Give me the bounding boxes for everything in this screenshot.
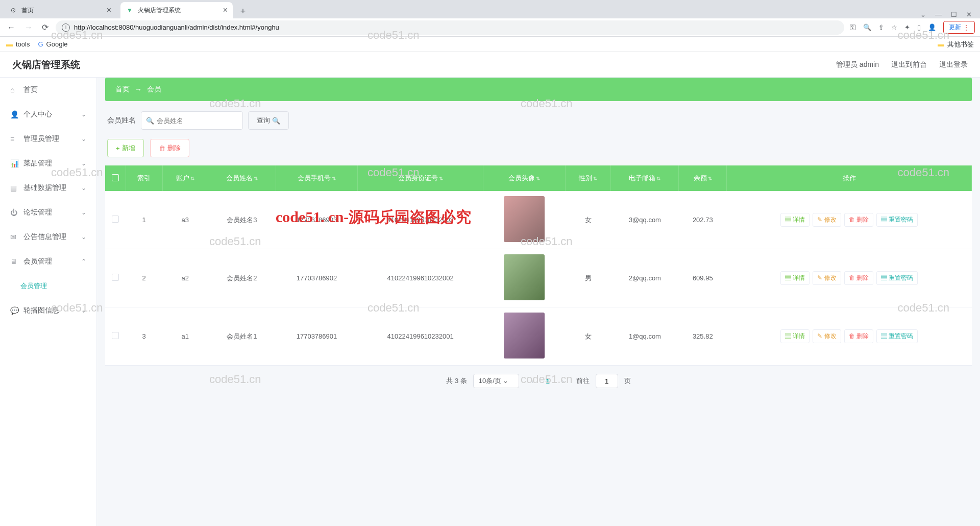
sidebar: ⌂首页👤个人中心⌄≡管理员管理⌄📊菜品管理⌄▦基础数据管理⌄⏻论坛管理⌄✉公告信…: [0, 52, 97, 526]
menu-icon: ⏻: [10, 208, 18, 217]
sidepanel-icon[interactable]: ▯: [917, 23, 921, 31]
maximize-icon[interactable]: ☐: [951, 11, 957, 18]
menu-label: 个人中心: [23, 110, 52, 119]
sort-icon: ⇅: [190, 176, 194, 181]
logout-link[interactable]: 退出登录: [939, 60, 968, 69]
row-delete-button[interactable]: 🗑 删除: [844, 271, 873, 285]
sidebar-item-1[interactable]: 👤个人中心⌄: [0, 102, 96, 127]
edit-button[interactable]: ✎ 修改: [813, 329, 841, 343]
sidebar-item-6[interactable]: ✉公告信息管理⌄: [0, 225, 96, 249]
col-header-5[interactable]: 会员身份证号⇅: [358, 165, 483, 191]
bookmark-google[interactable]: GGoogle: [38, 40, 67, 48]
reload-icon[interactable]: ⟳: [40, 20, 51, 34]
share-icon[interactable]: ⇪: [878, 23, 884, 31]
page-size-select[interactable]: 10条/页 ⌄: [473, 374, 520, 388]
detail-button[interactable]: ▤ 详情: [780, 213, 810, 227]
chevron-icon: ⌄: [81, 184, 86, 192]
search-button[interactable]: 查询 🔍: [248, 111, 289, 130]
edit-button[interactable]: ✎ 修改: [813, 271, 841, 285]
cell-account: a2: [162, 249, 208, 307]
reset-password-button[interactable]: ▤ 重置密码: [876, 329, 918, 343]
page-total: 共 3 条: [446, 376, 467, 386]
tab-close-0[interactable]: ×: [107, 6, 111, 15]
col-header-0[interactable]: [105, 165, 126, 191]
sidebar-item-4[interactable]: ▦基础数据管理⌄: [0, 176, 96, 200]
prev-page-button[interactable]: ‹: [525, 374, 540, 388]
add-button[interactable]: + 新增: [107, 139, 144, 157]
row-actions: ▤ 详情✎ 修改🗑 删除▤ 重置密码: [731, 213, 968, 227]
col-header-2[interactable]: 账户⇅: [162, 165, 208, 191]
delete-button[interactable]: 🗑 删除: [150, 139, 189, 157]
sidebar-item-7[interactable]: 🖥会员管理⌃: [0, 249, 96, 274]
reset-password-button[interactable]: ▤ 重置密码: [876, 213, 918, 227]
tab-title-0: 首页: [21, 6, 34, 15]
row-delete-button[interactable]: 🗑 删除: [844, 329, 873, 343]
row-checkbox[interactable]: [112, 332, 119, 339]
avatar-image: [504, 196, 545, 242]
sidebar-item-8[interactable]: 会员管理: [0, 274, 96, 298]
cell-name: 会员姓名3: [208, 191, 276, 249]
breadcrumb-home[interactable]: 首页: [115, 85, 130, 94]
sidebar-item-5[interactable]: ⏻论坛管理⌄: [0, 200, 96, 225]
update-button[interactable]: 更新 ⋮: [943, 21, 975, 34]
browser-tab-1[interactable]: ▼ 火锅店管理系统 ×: [120, 2, 233, 18]
forward-icon[interactable]: →: [22, 21, 35, 34]
close-window-icon[interactable]: ✕: [966, 11, 972, 18]
row-checkbox[interactable]: [112, 274, 119, 281]
chevron-down-icon[interactable]: ⌄: [920, 11, 926, 18]
exit-to-front[interactable]: 退出到前台: [891, 60, 927, 69]
next-page-button[interactable]: ›: [556, 374, 570, 388]
detail-button[interactable]: ▤ 详情: [780, 271, 810, 285]
extensions-icon[interactable]: ✦: [904, 23, 910, 31]
new-tab-button[interactable]: +: [236, 4, 250, 18]
sort-icon: ⇅: [593, 176, 597, 181]
browser-tab-0[interactable]: ⊙ 首页 ×: [4, 2, 116, 18]
tab-title-1: 火锅店管理系统: [138, 6, 181, 15]
col-header-9[interactable]: 余额⇅: [679, 165, 727, 191]
key-icon[interactable]: ⚿: [849, 23, 856, 31]
bookmark-star-icon[interactable]: ☆: [891, 23, 897, 31]
col-header-7[interactable]: 性别⇅: [566, 165, 611, 191]
edit-button[interactable]: ✎ 修改: [813, 213, 841, 227]
col-header-1[interactable]: 索引: [126, 165, 162, 191]
toolbar-right: ⚿ 🔍 ⇪ ☆ ✦ ▯ 👤 更新 ⋮: [849, 21, 975, 34]
col-header-6[interactable]: 会员头像⇅: [483, 165, 565, 191]
back-icon[interactable]: ←: [5, 21, 17, 34]
search-row: 会员姓名 🔍 查询 🔍: [105, 111, 972, 130]
row-actions: ▤ 详情✎ 修改🗑 删除▤ 重置密码: [731, 329, 968, 343]
sidebar-item-2[interactable]: ≡管理员管理⌄: [0, 127, 96, 151]
tab-favicon-0: ⊙: [9, 6, 17, 14]
cell-balance: 609.95: [679, 249, 727, 307]
col-header-10[interactable]: 操作: [727, 165, 972, 191]
search-input[interactable]: [141, 111, 243, 130]
select-all-checkbox[interactable]: [112, 174, 119, 181]
menu-icon: 👤: [10, 110, 18, 118]
col-header-4[interactable]: 会员手机号⇅: [276, 165, 358, 191]
cell-email: 1@qq.com: [611, 307, 679, 366]
minimize-icon[interactable]: —: [935, 11, 942, 18]
bookmark-tools[interactable]: ▬tools: [6, 40, 30, 48]
col-header-3[interactable]: 会员姓名⇅: [208, 165, 276, 191]
row-delete-button[interactable]: 🗑 删除: [844, 213, 873, 227]
table-row: 2a2会员姓名217703786902410224199610232002男2@…: [105, 249, 972, 307]
table-row: 3a1会员姓名117703786901410224199610232001女1@…: [105, 307, 972, 366]
sidebar-item-9[interactable]: 💬轮播图信息⌄: [0, 298, 96, 323]
page-number-current[interactable]: 1: [546, 377, 549, 385]
reset-password-button[interactable]: ▤ 重置密码: [876, 271, 918, 285]
detail-button[interactable]: ▤ 详情: [780, 329, 810, 343]
admin-label[interactable]: 管理员 admin: [836, 60, 879, 69]
avatar-image: [504, 254, 545, 300]
profile-icon[interactable]: 👤: [928, 23, 936, 31]
sidebar-item-0[interactable]: ⌂首页: [0, 78, 96, 102]
tab-close-1[interactable]: ×: [223, 6, 228, 15]
url-input[interactable]: i http://localhost:8080/huoguodianguanli…: [56, 20, 844, 35]
search-icon: 🔍: [146, 117, 154, 125]
other-bookmarks[interactable]: ▬其他书签: [938, 40, 974, 49]
sidebar-item-3[interactable]: 📊菜品管理⌄: [0, 151, 96, 176]
row-checkbox[interactable]: [112, 216, 119, 223]
zoom-icon[interactable]: 🔍: [863, 23, 871, 31]
site-info-icon[interactable]: i: [62, 23, 70, 32]
col-header-8[interactable]: 电子邮箱⇅: [611, 165, 679, 191]
goto-page-input[interactable]: [596, 374, 618, 388]
menu-label: 论坛管理: [23, 208, 52, 217]
